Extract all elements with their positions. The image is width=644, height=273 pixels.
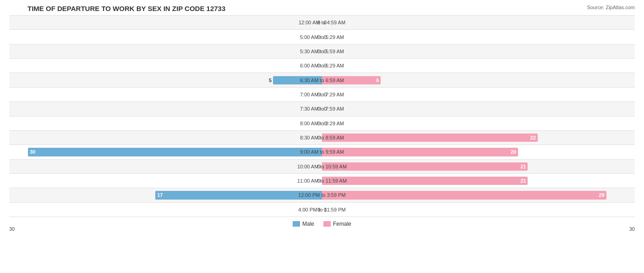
legend-female-label: Female <box>333 221 351 227</box>
female-value: 21 <box>520 178 526 184</box>
bar-row: 7:00 AM to 7:29 AM00 <box>9 87 635 101</box>
male-bar: 17 <box>155 191 322 199</box>
bar-row: 12:00 PM to 3:59 PM1729 <box>9 188 635 202</box>
male-value: 5 <box>269 78 272 83</box>
bar-row: 10:00 AM to 10:59 AM021 <box>9 159 635 173</box>
time-label: 5:30 AM to 5:59 AM <box>300 49 344 54</box>
legend-female-box <box>323 221 331 227</box>
time-label: 7:30 AM to 7:59 AM <box>300 106 344 111</box>
chart-container: TIME OF DEPARTURE TO WORK BY SEX IN ZIP … <box>0 0 644 273</box>
time-label: 12:00 PM to 3:59 PM <box>298 192 345 198</box>
time-label: 6:00 AM to 6:29 AM <box>300 63 344 68</box>
legend-male: Male <box>293 221 314 227</box>
female-bar: 22 <box>322 134 538 142</box>
source-label: Source: ZipAtlas.com <box>587 5 635 10</box>
x-tick-right: 30 <box>629 226 635 232</box>
bar-row: 8:00 AM to 8:29 AM00 <box>9 116 635 130</box>
female-value: 22 <box>530 135 536 140</box>
female-value: 6 <box>376 78 379 83</box>
x-tick-left: 30 <box>9 226 15 232</box>
female-bar-wrapper: 21 <box>322 177 528 185</box>
x-axis: 30 30 <box>9 226 635 235</box>
female-bar: 20 <box>322 148 518 156</box>
male-bar: 30 <box>28 148 322 156</box>
female-bar: 29 <box>322 191 606 199</box>
female-value: 29 <box>599 192 604 198</box>
male-bar-wrapper: 17 <box>155 191 322 199</box>
female-value: 20 <box>511 149 516 155</box>
female-bar-wrapper: 22 <box>322 134 538 142</box>
bar-row: 7:30 AM to 7:59 AM00 <box>9 101 635 116</box>
male-value: 17 <box>157 192 163 198</box>
male-bar-wrapper: 30 <box>28 148 322 156</box>
legend-male-box <box>293 221 300 227</box>
time-label: 11:00 AM to 11:59 AM <box>297 178 347 184</box>
rows-container: 12:00 AM to 4:59 AM005:00 AM to 5:29 AM0… <box>9 15 635 217</box>
bar-row: 11:00 AM to 11:59 AM021 <box>9 173 635 188</box>
male-value: 30 <box>30 149 35 155</box>
time-label: 9:00 AM to 9:59 AM <box>300 149 344 155</box>
bar-row: 5:00 AM to 5:29 AM00 <box>9 29 635 44</box>
bar-row: 5:30 AM to 5:59 AM00 <box>9 44 635 58</box>
female-value: 21 <box>520 164 526 169</box>
time-label: 6:30 AM to 6:59 AM <box>300 78 344 83</box>
female-bar-wrapper: 29 <box>322 191 606 199</box>
time-label: 12:00 AM to 4:59 AM <box>299 20 345 25</box>
chart-area: 12:00 AM to 4:59 AM005:00 AM to 5:29 AM0… <box>9 15 635 235</box>
bar-row: 4:00 PM to 11:59 PM00 <box>9 202 635 217</box>
female-bar-wrapper: 20 <box>322 148 518 156</box>
time-label: 4:00 PM to 11:59 PM <box>298 207 345 212</box>
time-label: 8:00 AM to 8:29 AM <box>300 121 344 126</box>
time-label: 5:00 AM to 5:29 AM <box>300 34 344 40</box>
legend: Male Female <box>293 221 351 227</box>
female-bar-wrapper: 21 <box>322 162 528 171</box>
bar-row: 6:30 AM to 6:59 AM56 <box>9 72 635 87</box>
bar-row: 8:30 AM to 8:59 AM022 <box>9 130 635 145</box>
bar-row: 12:00 AM to 4:59 AM00 <box>9 15 635 29</box>
time-label: 7:00 AM to 7:29 AM <box>300 92 344 97</box>
chart-title: TIME OF DEPARTURE TO WORK BY SEX IN ZIP … <box>9 5 635 12</box>
bar-row: 9:00 AM to 9:59 AM3020 <box>9 145 635 159</box>
legend-female: Female <box>323 221 351 227</box>
time-label: 8:30 AM to 8:59 AM <box>300 135 344 140</box>
female-bar: 21 <box>322 162 528 171</box>
legend-male-label: Male <box>302 221 314 227</box>
female-bar: 21 <box>322 177 528 185</box>
time-label: 10:00 AM to 10:59 AM <box>297 164 347 169</box>
bar-row: 6:00 AM to 6:29 AM00 <box>9 58 635 72</box>
